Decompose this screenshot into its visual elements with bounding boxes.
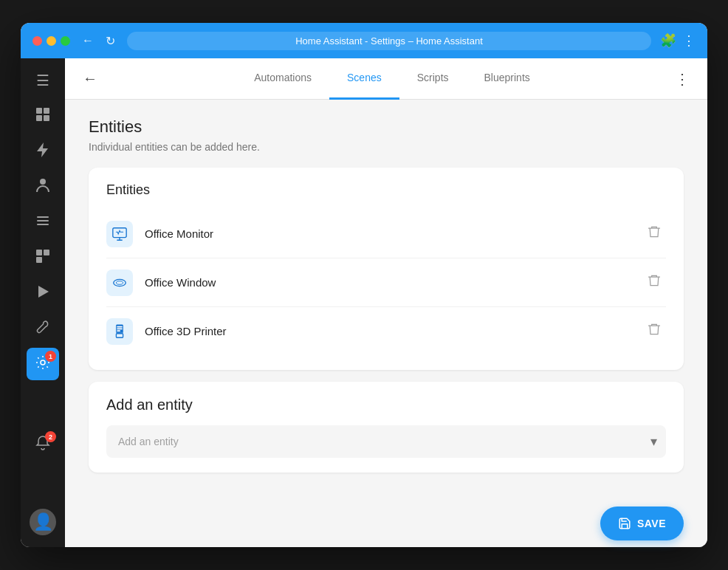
delete-office-monitor-button[interactable] <box>642 220 666 247</box>
energy-icon <box>36 142 49 162</box>
sidebar-item-logbook[interactable] <box>27 206 59 238</box>
svg-rect-5 <box>37 216 49 218</box>
office-monitor-name: Office Monitor <box>145 227 631 240</box>
entity-list: Office Monitor <box>106 210 666 355</box>
main-content: ← Automations Scenes Scripts Blueprints … <box>65 58 707 547</box>
avatar-image: 👤 <box>33 512 53 532</box>
traffic-lights <box>32 36 70 46</box>
office-3d-printer-icon <box>106 318 133 345</box>
svg-rect-17 <box>117 328 122 329</box>
svg-rect-3 <box>44 115 49 121</box>
entity-row: Office Monitor <box>106 210 666 258</box>
trash-icon <box>647 322 662 337</box>
address-bar[interactable]: Home Assistant - Settings – Home Assista… <box>127 32 651 50</box>
add-entity-select[interactable]: Add an entity <box>106 425 666 458</box>
svg-rect-12 <box>113 227 126 237</box>
svg-rect-10 <box>36 257 42 263</box>
office-window-name: Office Window <box>145 276 631 289</box>
back-nav-button[interactable]: ← <box>79 31 97 50</box>
sidebar-item-dashboard[interactable] <box>27 100 59 132</box>
svg-point-13 <box>114 279 126 286</box>
entity-row: Office Window <box>106 258 666 307</box>
notification-badge: 2 <box>45 431 56 442</box>
add-entity-title: Add an entity <box>106 396 666 413</box>
svg-rect-7 <box>37 224 49 225</box>
save-button[interactable]: SAVE <box>600 507 684 540</box>
svg-point-11 <box>41 360 45 365</box>
user-avatar[interactable]: 👤 <box>30 509 56 535</box>
nav-tabs: Automations Scenes Scripts Blueprints <box>115 58 669 100</box>
entity-row: Office 3D Printer <box>106 307 666 355</box>
entities-card-title: Entities <box>106 182 666 198</box>
more-options-button[interactable]: ⋮ <box>669 64 696 94</box>
history-icon <box>35 248 51 268</box>
tab-automations[interactable]: Automations <box>236 58 329 100</box>
dashboard-icon <box>35 106 51 126</box>
person-icon <box>35 177 50 197</box>
tools-icon <box>35 320 50 338</box>
entity-select-wrapper: Add an entity ▾ <box>106 425 666 458</box>
svg-rect-16 <box>117 326 122 327</box>
maximize-button[interactable] <box>61 36 70 46</box>
svg-rect-19 <box>116 333 123 337</box>
sidebar: ☰ <box>21 58 65 547</box>
sidebar-item-tools[interactable] <box>27 312 59 345</box>
delete-office-3d-printer-button[interactable] <box>642 317 666 345</box>
delete-office-window-button[interactable] <box>642 269 666 296</box>
office-window-icon <box>106 269 133 296</box>
browser-nav: ← ↻ <box>79 31 118 51</box>
sidebar-item-settings[interactable]: 1 <box>27 348 59 380</box>
save-icon <box>618 517 631 530</box>
office-monitor-icon <box>106 221 133 247</box>
sidebar-item-notifications[interactable]: 2 <box>27 428 59 461</box>
top-nav: ← Automations Scenes Scripts Blueprints … <box>65 58 707 100</box>
app-layout: ☰ <box>21 58 707 547</box>
sidebar-item-energy[interactable] <box>27 135 59 168</box>
svg-point-14 <box>116 281 123 284</box>
entities-description: Individual entities can be added here. <box>89 141 684 153</box>
entities-heading: Entities <box>89 117 684 137</box>
svg-rect-0 <box>36 108 42 114</box>
svg-rect-9 <box>44 250 49 255</box>
settings-badge: 1 <box>45 351 56 362</box>
office-3d-printer-name: Office 3D Printer <box>145 325 631 337</box>
sidebar-item-history[interactable] <box>27 241 59 274</box>
back-button[interactable]: ← <box>77 64 103 93</box>
svg-point-4 <box>40 179 46 185</box>
menu-button[interactable]: ⋮ <box>682 32 696 49</box>
browser-chrome: ← ↻ Home Assistant - Settings – Home Ass… <box>21 23 707 58</box>
tab-scripts[interactable]: Scripts <box>399 58 467 100</box>
list-icon <box>35 213 50 232</box>
page-content: Entities Individual entities can be adde… <box>65 100 707 547</box>
extensions-button[interactable]: 🧩 <box>660 32 676 49</box>
browser-actions: 🧩 ⋮ <box>660 32 696 49</box>
close-button[interactable] <box>32 36 42 46</box>
svg-rect-8 <box>36 250 42 255</box>
tab-blueprints[interactable]: Blueprints <box>467 58 548 100</box>
sidebar-item-menu[interactable]: ☰ <box>27 64 59 97</box>
sidebar-item-media[interactable] <box>27 277 59 309</box>
save-label: SAVE <box>637 518 666 529</box>
minimize-button[interactable] <box>47 36 56 46</box>
trash-icon <box>647 273 662 288</box>
add-entity-card: Add an entity Add an entity ▾ <box>89 382 684 473</box>
tab-scenes[interactable]: Scenes <box>329 58 399 100</box>
sidebar-item-people[interactable] <box>27 171 59 203</box>
entities-card: Entities Office Monitor <box>89 168 684 370</box>
svg-rect-18 <box>117 330 120 332</box>
refresh-button[interactable]: ↻ <box>103 31 118 51</box>
menu-icon: ☰ <box>36 72 49 89</box>
svg-rect-1 <box>44 108 49 114</box>
play-icon <box>35 284 50 303</box>
svg-rect-6 <box>37 220 49 222</box>
trash-icon <box>647 224 662 239</box>
svg-rect-2 <box>36 115 42 121</box>
